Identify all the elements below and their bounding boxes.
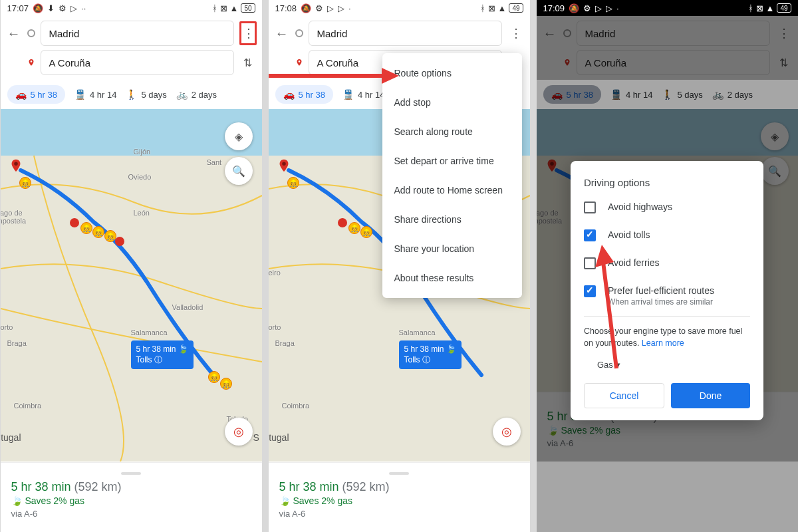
learn-more-link[interactable]: Learn more [642, 338, 684, 348]
mode-transit[interactable]: 🚆4 hr 14 [342, 89, 384, 100]
route-summary-sheet[interactable]: 5 hr 38 min (592 km) 🍃Saves 2% gas via A… [269, 462, 530, 532]
map-canvas[interactable]: 👷 👷 👷 👷 👷 👷 Gijón Oviedo Sant tiago de m… [1, 109, 262, 462]
annotation-arrow-icon [590, 242, 630, 375]
overflow-menu: Route options Add stop Search along rout… [382, 53, 522, 298]
tooltip-tolls: Tolls ⓘ [136, 355, 188, 366]
construction-icon: 👷 [208, 371, 220, 383]
city-label: León [134, 209, 150, 217]
car-icon: 🚗 [15, 89, 27, 100]
layers-button[interactable]: ◈ [225, 122, 253, 150]
mode-transit-label: 4 hr 14 [90, 90, 116, 100]
bike-icon: 🚲 [176, 89, 188, 100]
drag-handle[interactable] [389, 472, 409, 475]
locate-icon: ◎ [501, 424, 512, 439]
city-label: Braga [275, 339, 295, 347]
option-avoid-highways[interactable]: Avoid highways [584, 201, 750, 213]
origin-marker-icon [27, 29, 35, 37]
city-label: orto [269, 323, 281, 331]
option-avoid-tolls[interactable]: Avoid tolls [584, 229, 750, 241]
mode-bike[interactable]: 🚲2 days [176, 89, 217, 100]
status-bar: 17:09 🔕 ⚙ ▷ ▷ · ᚼ ⊠ ▲ 49 [537, 0, 798, 16]
status-time: 17:07 [7, 3, 29, 13]
leaf-icon: 🍃 [279, 495, 291, 506]
directions-header: ← Madrid ⋮ A Coruña ⇅ [1, 16, 262, 80]
svg-line-11 [603, 262, 616, 368]
origin-input[interactable]: Madrid [309, 21, 502, 46]
city-label: eiro [269, 269, 281, 277]
more-icon: · [348, 3, 351, 13]
destination-input[interactable]: A Coruña [41, 50, 234, 75]
play-icon: ▷ [327, 3, 334, 13]
menu-share-location[interactable]: Share your location [382, 234, 522, 263]
play-icon: ▷ [338, 3, 344, 13]
cancel-button[interactable]: Cancel [584, 383, 664, 408]
done-button[interactable]: Done [671, 383, 750, 408]
dnd-icon: 🔕 [33, 3, 43, 13]
mode-transit[interactable]: 🚆4 hr 14 [74, 89, 116, 100]
drag-handle[interactable] [121, 472, 141, 475]
incident-icon [115, 237, 124, 246]
tooltip-time: 5 hr 38 min 🍃 [404, 344, 456, 355]
dialog-title: Driving options [584, 177, 750, 188]
status-bar: 17:08 🔕 ⚙ ▷ ▷ · ᚼ ⊠ ▲ 49 [269, 0, 530, 16]
route-summary-sheet[interactable]: 5 hr 38 min (592 km) 🍃Saves 2% gas via A… [1, 462, 262, 532]
mode-walk[interactable]: 🚶5 days [126, 89, 166, 100]
wifi-icon: ▲ [766, 3, 775, 13]
summary-saves: Saves 2% gas [293, 495, 353, 506]
overflow-menu-button[interactable]: ⋮ [507, 26, 525, 41]
annotation-arrow-icon [269, 63, 402, 89]
menu-share-directions[interactable]: Share directions [382, 205, 522, 234]
summary-time: 5 hr 38 min [11, 480, 71, 493]
city-label: Coimbra [282, 402, 310, 410]
vibrate-icon: ⊠ [488, 3, 495, 13]
locate-button[interactable]: ◎ [493, 418, 521, 446]
city-label: Salamanca [131, 329, 168, 336]
back-button[interactable]: ← [6, 26, 22, 41]
svg-marker-12 [595, 245, 614, 267]
status-time: 17:09 [543, 3, 565, 13]
mode-car[interactable]: 🚗5 hr 38 [7, 85, 65, 104]
construction-icon: 👷 [360, 226, 372, 238]
car-icon: 🚗 [283, 89, 295, 100]
menu-about-results[interactable]: About these results [382, 263, 522, 293]
city-label: Sant [207, 158, 222, 166]
map-search-button[interactable]: 🔍 [225, 157, 253, 185]
bluetooth-icon: ᚼ [748, 3, 753, 13]
checkbox-avoid-tolls[interactable] [584, 229, 596, 241]
route-tooltip[interactable]: 5 hr 38 min 🍃 Tolls ⓘ [131, 340, 194, 369]
city-label: Gijón [134, 148, 151, 156]
transit-icon: 🚆 [342, 89, 354, 100]
summary-eco: 🍃Saves 2% gas [11, 495, 251, 506]
menu-set-depart[interactable]: Set depart or arrive time [382, 146, 522, 176]
mode-car-label: 5 hr 38 [31, 90, 57, 100]
overflow-menu-button[interactable]: ⋮ [239, 21, 257, 45]
swap-button[interactable]: ⇅ [239, 57, 257, 69]
route-tooltip[interactable]: 5 hr 38 min 🍃 Tolls ⓘ [399, 340, 462, 369]
country-label: rtugal [1, 432, 21, 443]
locate-button[interactable]: ◎ [225, 418, 253, 446]
menu-route-options[interactable]: Route options [382, 59, 522, 88]
construction-icon: 👷 [348, 222, 360, 234]
construction-icon: 👷 [104, 230, 116, 242]
checkbox-avoid-highways[interactable] [584, 201, 596, 213]
menu-add-home[interactable]: Add route to Home screen [382, 176, 522, 205]
summary-saves: Saves 2% gas [25, 495, 85, 506]
tooltip-tolls: Tolls ⓘ [404, 355, 456, 366]
play-icon: ▷ [606, 3, 612, 13]
gear-icon: ⚙ [59, 3, 66, 13]
screenshot-2: 17:08 🔕 ⚙ ▷ ▷ · ᚼ ⊠ ▲ 49 ← Madrid ⋮ A Co… [269, 0, 530, 532]
menu-add-stop[interactable]: Add stop [382, 88, 522, 117]
mode-car-label: 5 hr 38 [299, 90, 325, 100]
menu-search-along[interactable]: Search along route [382, 117, 522, 146]
mode-walk-label: 5 days [141, 90, 166, 100]
wifi-icon: ▲ [498, 3, 507, 13]
play-icon: ▷ [70, 3, 77, 13]
construction-icon: 👷 [220, 378, 232, 390]
origin-input[interactable]: Madrid [41, 21, 234, 46]
transit-icon: 🚆 [74, 89, 86, 100]
destination-marker-icon [27, 58, 35, 67]
dnd-icon: 🔕 [301, 3, 311, 13]
city-label: Coimbra [14, 402, 42, 410]
city-label: tiago de mpostela [1, 209, 27, 225]
back-button[interactable]: ← [274, 26, 290, 41]
